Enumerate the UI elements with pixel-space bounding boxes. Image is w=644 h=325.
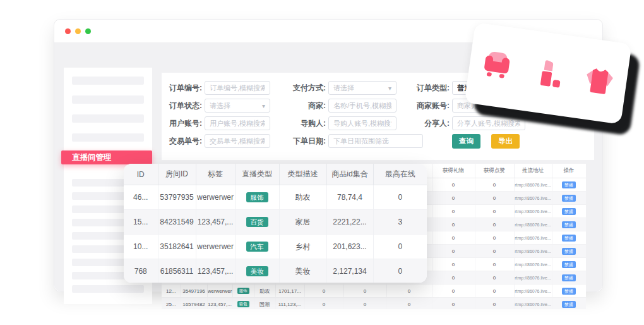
select-field[interactable]: 请选择▾ bbox=[205, 99, 270, 113]
input-field[interactable]: 用户账号,模糊搜索 bbox=[205, 116, 270, 130]
field-label: 订单状态: bbox=[164, 101, 202, 111]
table-cell: 35497196 bbox=[181, 285, 207, 298]
table-cell: rtmp://86076.live... bbox=[514, 192, 552, 205]
skeleton-bar bbox=[72, 114, 144, 123]
ban-button[interactable]: 禁播 bbox=[562, 288, 576, 295]
ban-button[interactable]: 禁播 bbox=[562, 301, 576, 308]
live-type-badge: 汽车 bbox=[246, 242, 268, 252]
field-label: 商家: bbox=[270, 101, 326, 111]
table-row: 46...53797935werwerwer服饰助农78,74,40 bbox=[124, 185, 427, 210]
live-type-badge: 服饰 bbox=[246, 192, 268, 203]
table-cell: 助农 bbox=[279, 185, 326, 210]
table-cell: 12... bbox=[162, 285, 181, 298]
input-field[interactable]: 交易单号,模糊搜索 bbox=[205, 134, 270, 148]
ban-button[interactable]: 禁播 bbox=[562, 261, 576, 268]
column-header: 商品id集合 bbox=[326, 164, 373, 185]
table-cell: 0 bbox=[475, 218, 514, 231]
table-cell: 35182641 bbox=[158, 235, 196, 259]
table-cell: 768 bbox=[124, 259, 158, 283]
table-row: 10...35182641werwerwer汽车乡村201,623...0 bbox=[124, 235, 427, 259]
stream-url: rtmp://86076.live... bbox=[515, 196, 551, 200]
table-cell: 123,457,... bbox=[196, 259, 235, 283]
header-row: ID房间ID标签直播类型类型描述商品id集合最高在线 bbox=[124, 164, 427, 185]
field-label: 导购人: bbox=[270, 118, 326, 129]
input-field[interactable]: 下单日期范围筛选 bbox=[328, 134, 423, 148]
input-field[interactable]: 导购人账号,模糊搜索 bbox=[328, 116, 397, 130]
table-cell: rtmp://86076.live... bbox=[514, 178, 552, 192]
ban-button[interactable]: 禁播 bbox=[562, 274, 576, 281]
traffic-light-close-button[interactable] bbox=[65, 28, 71, 34]
table-cell: 0 bbox=[475, 285, 514, 298]
table-cell: 禁播 bbox=[552, 205, 586, 218]
table-cell: 0 bbox=[373, 259, 427, 283]
field-placeholder: 分享人账号,模糊搜索 bbox=[457, 119, 520, 128]
traffic-light-minimize-button[interactable] bbox=[75, 28, 81, 34]
export-button[interactable]: 导出 bbox=[491, 134, 520, 149]
ban-button[interactable]: 禁播 bbox=[562, 248, 576, 255]
table-cell: 百货 bbox=[235, 210, 279, 235]
table-cell: 0 bbox=[475, 178, 514, 192]
column-header: 标签 bbox=[196, 164, 235, 185]
table-cell: 1701,17... bbox=[275, 285, 304, 298]
ban-button[interactable]: 禁播 bbox=[562, 208, 576, 215]
table-cell: 服饰 bbox=[232, 285, 254, 298]
table-cell: 111,123,... bbox=[275, 298, 304, 310]
tshirt-icon bbox=[580, 61, 619, 101]
ban-button[interactable]: 禁播 bbox=[562, 221, 576, 228]
table-cell: 汽车 bbox=[235, 235, 279, 259]
traffic-light-zoom-button[interactable] bbox=[85, 28, 91, 34]
table-cell: 46... bbox=[124, 185, 158, 210]
stream-url: rtmp://86076.live... bbox=[515, 262, 551, 267]
column-header: 推流地址 bbox=[514, 164, 552, 178]
table-row: 12...35497196werwerwer服饰助农1701,17...0000… bbox=[162, 285, 586, 298]
table-cell: 服饰 bbox=[235, 185, 279, 210]
table-cell: 禁播 bbox=[552, 245, 586, 258]
input-field[interactable]: 订单编号,模糊搜索 bbox=[205, 81, 270, 95]
table-cell: 201,623... bbox=[326, 235, 373, 259]
table-cell: rtmp://86076.live... bbox=[514, 205, 552, 218]
column-header: 房间ID bbox=[158, 164, 196, 185]
table-cell: rtmp://86076.live... bbox=[514, 218, 552, 231]
ban-button[interactable]: 禁播 bbox=[562, 181, 576, 188]
stream-url: rtmp://86076.live... bbox=[515, 276, 551, 280]
field-placeholder: 名称/手机号,模糊搜索 bbox=[333, 101, 391, 111]
table-row: 15...84231549123,457,...百货家居2221,22...3 bbox=[124, 210, 427, 235]
ban-button[interactable]: 禁播 bbox=[562, 195, 576, 202]
stream-url: rtmp://86076.live... bbox=[515, 209, 551, 214]
table-cell: 2,127,134 bbox=[326, 259, 373, 283]
table-cell: 15... bbox=[124, 210, 158, 235]
table-cell: rtmp://86076.live... bbox=[514, 258, 552, 271]
table-cell: 123,457,... bbox=[207, 298, 232, 310]
table-row: 76861856311123,457,...美妆美妆2,127,1340 bbox=[124, 259, 427, 283]
skeleton-bar bbox=[72, 133, 144, 142]
table-cell: rtmp://86076.live... bbox=[514, 271, 552, 285]
table-cell: 美妆 bbox=[235, 259, 279, 283]
table-cell: 乡村 bbox=[279, 235, 326, 259]
table-cell: 禁播 bbox=[552, 178, 586, 192]
column-header: 获得礼物 bbox=[432, 164, 475, 178]
ban-button[interactable]: 禁播 bbox=[562, 235, 576, 242]
table-cell: 0 bbox=[475, 298, 514, 310]
select-field[interactable]: 请选择▾ bbox=[328, 81, 397, 95]
table-cell: 0 bbox=[343, 298, 386, 310]
table-cell: 0 bbox=[475, 258, 514, 271]
column-header: 操作 bbox=[552, 164, 586, 178]
input-field[interactable]: 名称/手机号,模糊搜索 bbox=[328, 99, 397, 113]
table-cell: rtmp://86076.live... bbox=[514, 285, 552, 298]
stream-url: rtmp://86076.live... bbox=[515, 183, 551, 187]
filter-row: 交易单号:交易单号,模糊搜索下单日期:下单日期范围筛选查询导出 bbox=[164, 133, 594, 149]
table-cell: werwerwer bbox=[196, 235, 235, 259]
table-cell: 美妆 bbox=[279, 259, 326, 283]
table-cell: 0 bbox=[343, 285, 386, 298]
table-cell: 0 bbox=[386, 298, 432, 310]
table-header: ID房间ID标签直播类型类型描述商品id集合最高在线 bbox=[124, 164, 427, 185]
column-header: 直播类型 bbox=[235, 164, 279, 185]
table-cell: 0 bbox=[304, 285, 343, 298]
search-button[interactable]: 查询 bbox=[452, 134, 480, 149]
table-cell: 箱包 bbox=[232, 298, 254, 310]
live-type-badge: 箱包 bbox=[237, 301, 249, 308]
field-placeholder: 导购人账号,模糊搜索 bbox=[333, 119, 391, 128]
table-cell: 禁播 bbox=[552, 285, 586, 298]
sidebar-item-live-room-management[interactable]: 直播间管理 bbox=[61, 150, 152, 164]
table-cell: 3 bbox=[373, 210, 427, 235]
